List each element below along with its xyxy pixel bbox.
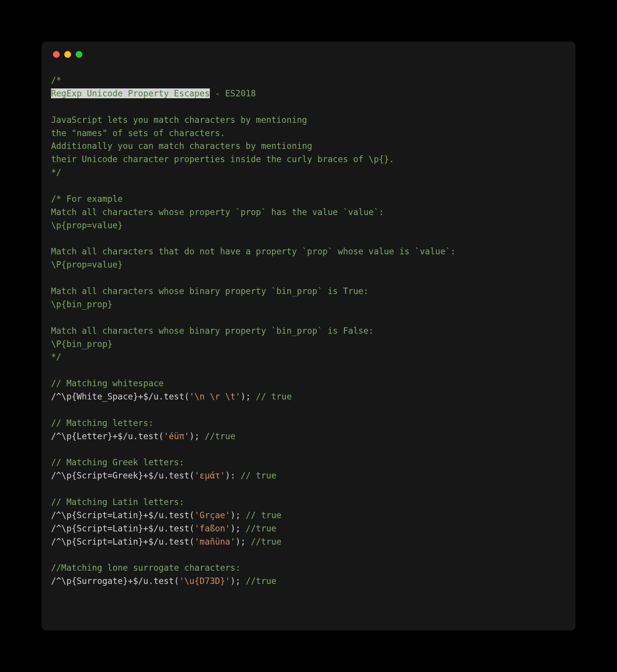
dot-operator: . bbox=[133, 431, 138, 441]
method-name: test bbox=[153, 576, 174, 586]
comment-text: their Unicode character properties insid… bbox=[51, 154, 394, 164]
line-comment: //true bbox=[240, 523, 276, 533]
line-comment: //Matching lone surrogate characters: bbox=[51, 563, 240, 573]
method-name: test bbox=[169, 471, 189, 480]
minimize-button[interactable] bbox=[64, 51, 71, 58]
paren-open: ( bbox=[189, 510, 195, 520]
regex-literal: /^\p{Script=Greek}+$/u bbox=[51, 471, 164, 480]
code-window: /* RegExp Unicode Property Escapes - ES2… bbox=[42, 42, 575, 630]
colon: : bbox=[230, 471, 236, 480]
comment-text: \P{bin_prop} bbox=[51, 339, 113, 349]
regex-literal: /^\p{Letter}+$/u bbox=[51, 431, 133, 441]
window-controls bbox=[51, 51, 566, 58]
comment-text: \P{prop=value} bbox=[51, 260, 123, 269]
code-content[interactable]: /* RegExp Unicode Property Escapes - ES2… bbox=[51, 74, 566, 588]
comment-text: - ES2018 bbox=[210, 88, 256, 98]
regex-literal: /^\p{Surrogate}+$/u bbox=[51, 576, 148, 586]
method-name: test bbox=[164, 392, 184, 401]
comment-text: JavaScript lets you match characters by … bbox=[51, 115, 307, 125]
comment-block-end: */ bbox=[51, 167, 61, 177]
close-button[interactable] bbox=[53, 51, 60, 58]
comment-text: \p{bin_prop} bbox=[51, 299, 113, 309]
comment-text: \p{prop=value} bbox=[51, 220, 123, 230]
comment-text: Match all characters whose binary proper… bbox=[51, 286, 369, 296]
semicolon: ; bbox=[246, 392, 251, 401]
string-literal: '\u{D73D}' bbox=[179, 576, 230, 586]
line-comment: // Matching letters: bbox=[51, 418, 153, 428]
paren-close: ) bbox=[240, 392, 246, 401]
paren-open: ( bbox=[174, 576, 179, 586]
maximize-button[interactable] bbox=[76, 51, 82, 58]
line-comment: //true bbox=[246, 537, 282, 547]
dot-operator: . bbox=[164, 471, 169, 480]
line-comment: // true bbox=[240, 510, 281, 520]
comment-text: Additionally you can match characters by… bbox=[51, 141, 312, 151]
dot-operator: . bbox=[164, 523, 169, 533]
paren-open: ( bbox=[189, 471, 195, 480]
paren-close: ) bbox=[230, 510, 236, 520]
regex-literal: /^\p{Script=Latin}+$/u bbox=[51, 523, 164, 533]
dot-operator: . bbox=[158, 392, 164, 401]
dot-operator: . bbox=[148, 576, 153, 586]
paren-close: ) bbox=[230, 523, 236, 533]
comment-block-end: */ bbox=[51, 352, 61, 362]
regex-literal: /^\p{Script=Latin}+$/u bbox=[51, 510, 164, 520]
paren-close: ) bbox=[225, 471, 231, 480]
string-literal: 'Grçae' bbox=[194, 510, 230, 520]
semicolon: ; bbox=[236, 576, 241, 586]
comment-block-start: /* bbox=[51, 75, 61, 85]
highlighted-text: RegExp Unicode Property Escapes bbox=[51, 88, 210, 98]
method-name: test bbox=[169, 523, 189, 533]
comment-text: the "names" of sets of characters. bbox=[51, 128, 225, 138]
line-comment: //true bbox=[200, 431, 236, 441]
paren-open: ( bbox=[158, 431, 164, 441]
regex-literal: /^\p{Script=Latin}+$/u bbox=[51, 537, 164, 547]
string-literal: 'faßon' bbox=[194, 523, 230, 533]
regex-literal: /^\p{White_Space}+$/u bbox=[51, 392, 158, 401]
paren-close: ) bbox=[189, 431, 195, 441]
line-comment: //true bbox=[240, 576, 276, 586]
method-name: test bbox=[169, 537, 189, 547]
dot-operator: . bbox=[164, 537, 169, 547]
semicolon: ; bbox=[236, 523, 241, 533]
paren-close: ) bbox=[230, 576, 236, 586]
paren-close: ) bbox=[236, 537, 241, 547]
comment-text: Match all characters whose binary proper… bbox=[51, 326, 374, 336]
paren-open: ( bbox=[184, 392, 189, 401]
comment-text: Match all characters that do not have a … bbox=[51, 246, 456, 256]
line-comment: // true bbox=[251, 392, 291, 401]
line-comment: // Matching Greek letters: bbox=[51, 457, 184, 467]
paren-open: ( bbox=[189, 537, 195, 547]
string-literal: '\n \r \t' bbox=[189, 392, 240, 401]
method-name: test bbox=[169, 510, 189, 520]
string-literal: 'mañüna' bbox=[194, 537, 235, 547]
semicolon: ; bbox=[236, 510, 241, 520]
semicolon: ; bbox=[194, 431, 200, 441]
paren-open: ( bbox=[189, 523, 195, 533]
line-comment: // Matching Latin letters: bbox=[51, 497, 184, 507]
comment-text: Match all characters whose property `pro… bbox=[51, 207, 384, 217]
line-comment: // Matching whitespace bbox=[51, 378, 164, 388]
line-comment: // true bbox=[236, 471, 276, 480]
string-literal: 'éüπ' bbox=[164, 431, 189, 441]
dot-operator: . bbox=[164, 510, 169, 520]
semicolon: ; bbox=[240, 537, 246, 547]
comment-block-start: /* For example bbox=[51, 194, 123, 204]
string-literal: 'εμάτ' bbox=[194, 471, 225, 480]
method-name: test bbox=[138, 431, 158, 441]
